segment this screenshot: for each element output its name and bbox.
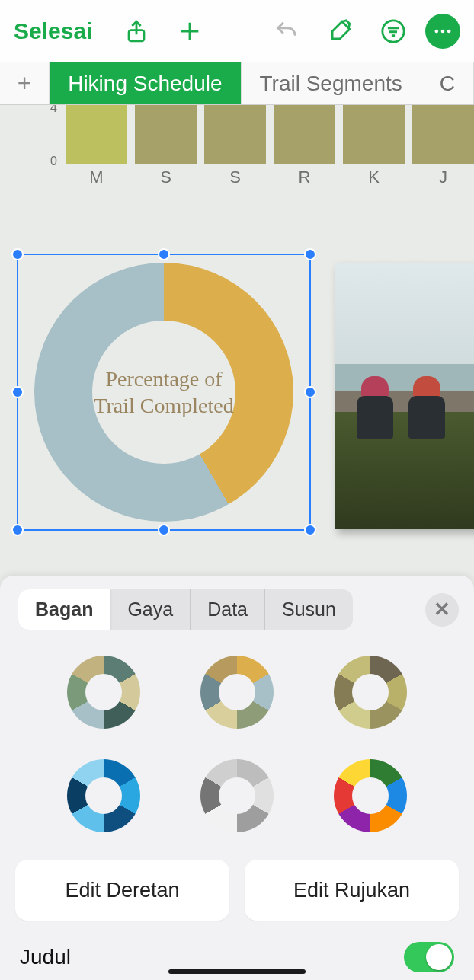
top-toolbar: Selesai: [0, 0, 474, 62]
filter-icon[interactable]: [372, 10, 415, 53]
chart-style-grid: [0, 636, 474, 841]
segment-arrange[interactable]: Susun: [265, 589, 353, 630]
chart-style-swatch[interactable]: [200, 656, 274, 729]
format-panel: Bagan Gaya Data Susun ✕ Edit Deretan Edi…: [0, 576, 474, 980]
done-button[interactable]: Selesai: [14, 18, 104, 44]
segment-style[interactable]: Gaya: [110, 589, 191, 630]
close-panel-icon[interactable]: ✕: [425, 593, 459, 627]
bar-x-labels: M S S R K J: [66, 168, 474, 187]
sheet-tab-hiking-schedule[interactable]: Hiking Schedule: [50, 62, 241, 104]
chart-style-swatch[interactable]: [67, 759, 140, 832]
edit-series-button[interactable]: Edit Deretan: [15, 860, 229, 921]
sheet-tab-trail-segments[interactable]: Trail Segments: [242, 62, 421, 104]
selection-box[interactable]: [17, 254, 311, 531]
edit-references-button[interactable]: Edit Rujukan: [245, 860, 459, 921]
format-brush-icon[interactable]: [319, 10, 361, 53]
share-icon[interactable]: [115, 10, 158, 53]
add-icon[interactable]: [168, 10, 211, 53]
resize-handle-ne[interactable]: [304, 248, 316, 260]
title-toggle-switch[interactable]: [404, 942, 454, 972]
home-indicator[interactable]: [168, 969, 306, 974]
resize-handle-se[interactable]: [304, 524, 316, 536]
spreadsheet-canvas[interactable]: 4 0 M S S R K J Percentage of Trail Comp…: [0, 105, 474, 576]
title-toggle-row: Judul: [0, 925, 474, 972]
sheet-tab-bar: + Hiking Schedule Trail Segments C: [0, 62, 474, 105]
resize-handle-n[interactable]: [158, 248, 170, 260]
format-segment-control: Bagan Gaya Data Susun: [18, 589, 353, 630]
svg-point-2: [435, 29, 439, 33]
resize-handle-e[interactable]: [304, 386, 316, 398]
svg-point-4: [447, 29, 451, 33]
bar-y-tick: 4: [50, 105, 57, 115]
chart-style-swatch[interactable]: [67, 656, 140, 729]
resize-handle-sw[interactable]: [11, 524, 24, 536]
more-icon[interactable]: [425, 14, 460, 49]
segment-chart[interactable]: Bagan: [18, 589, 110, 630]
chart-style-swatch[interactable]: [334, 656, 407, 729]
resize-handle-nw[interactable]: [11, 248, 24, 260]
title-toggle-label: Judul: [20, 945, 71, 969]
chart-style-swatch[interactable]: [334, 759, 407, 832]
add-sheet-button[interactable]: +: [0, 62, 50, 104]
bar-y-tick: 0: [50, 155, 57, 168]
chart-style-swatch[interactable]: [200, 759, 274, 832]
undo-icon[interactable]: [265, 10, 308, 53]
resize-handle-s[interactable]: [158, 524, 170, 536]
sheet-tab-overflow[interactable]: C: [421, 62, 474, 104]
svg-point-3: [441, 29, 445, 33]
segment-data[interactable]: Data: [191, 589, 265, 630]
resize-handle-w[interactable]: [11, 386, 24, 398]
image-object[interactable]: 〜: [335, 263, 474, 529]
